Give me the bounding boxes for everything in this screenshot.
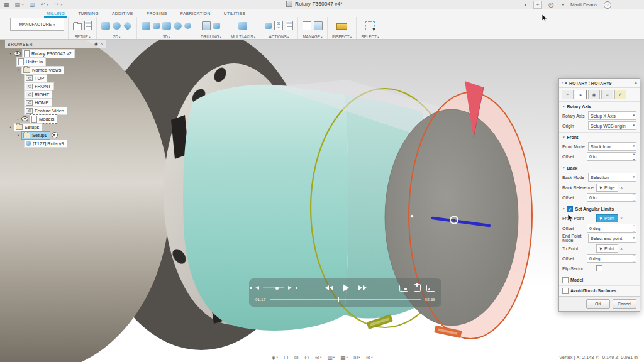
tab-tool-icon[interactable]: ⊦ bbox=[562, 90, 574, 99]
multiaxis-swarf-icon[interactable] bbox=[238, 22, 247, 30]
grid-settings-icon[interactable]: ▦▾ bbox=[340, 355, 348, 361]
navbar-options-icon[interactable]: ⊛▾ bbox=[366, 355, 373, 361]
play-button[interactable] bbox=[343, 284, 349, 292]
pan-icon[interactable]: ⊕ bbox=[294, 355, 299, 361]
to-point-selection-chip[interactable]: Point bbox=[596, 244, 618, 253]
group-label[interactable]: ACTIONS bbox=[269, 35, 289, 39]
playhead[interactable] bbox=[338, 297, 339, 302]
set-angular-limits-checkbox[interactable]: ✓ bbox=[567, 206, 573, 212]
group-label[interactable]: INSPECT bbox=[332, 35, 352, 39]
origin-select[interactable]: Setup WCS origin bbox=[588, 121, 636, 130]
rewind-button[interactable] bbox=[325, 285, 333, 290]
volume-icon[interactable] bbox=[255, 286, 259, 290]
new-setup-icon[interactable] bbox=[73, 23, 82, 30]
seek-bar[interactable] bbox=[270, 299, 420, 300]
group-label[interactable]: 3D bbox=[163, 35, 170, 39]
file-menu-icon[interactable]: ▤ bbox=[15, 1, 21, 9]
look-at-icon[interactable]: ⊡ bbox=[284, 355, 289, 361]
display-settings-icon[interactable]: ◉ bbox=[94, 41, 99, 47]
job-status-icon[interactable]: ◔ bbox=[560, 1, 564, 8]
group-label[interactable]: 2D bbox=[113, 35, 121, 39]
panel-chevron-icon[interactable]: › bbox=[101, 42, 103, 47]
fit-icon[interactable]: ⊚▾ bbox=[314, 355, 321, 361]
end-point-mode-select[interactable]: Select end point bbox=[588, 234, 636, 243]
tree-item-operation-rotary9[interactable]: [T127] Rotary9 bbox=[24, 140, 115, 147]
tab-heights-icon[interactable]: ≡ bbox=[601, 90, 613, 99]
tree-item-view-home[interactable]: HOME bbox=[24, 99, 115, 106]
edge-selection-chip[interactable]: Edge bbox=[596, 184, 618, 192]
caret-icon[interactable]: ▾ bbox=[16, 69, 20, 72]
viewports-icon[interactable]: ⊞▾ bbox=[353, 355, 360, 361]
2d-face-icon[interactable] bbox=[123, 21, 132, 30]
tool-library-icon[interactable] bbox=[303, 21, 311, 30]
post-process-icon[interactable] bbox=[265, 23, 272, 29]
from-point-selection-chip[interactable]: Point bbox=[596, 214, 618, 222]
caret-icon[interactable]: ▾ bbox=[9, 126, 13, 129]
browser-header[interactable]: BROWSER ◉ › bbox=[5, 40, 106, 48]
cancel-button[interactable]: Cancel bbox=[613, 299, 636, 309]
close-document-icon[interactable]: × bbox=[524, 2, 527, 8]
zoom-icon[interactable]: ⊙ bbox=[304, 355, 309, 361]
machine-library-icon[interactable] bbox=[314, 21, 323, 30]
new-tab-icon[interactable]: + bbox=[533, 1, 542, 9]
app-grid-icon[interactable]: ▦ bbox=[4, 1, 9, 9]
3d-spiral-icon[interactable] bbox=[184, 23, 191, 29]
clear-selection-icon[interactable]: × bbox=[620, 246, 623, 251]
undo-icon[interactable]: ↶ bbox=[40, 1, 45, 9]
tree-item-view-right[interactable]: RIGHT bbox=[24, 90, 115, 98]
from-offset-input[interactable]: 0 deg bbox=[587, 224, 636, 233]
tab-geometry-icon[interactable]: ▸ bbox=[575, 90, 587, 99]
visibility-eye-icon[interactable] bbox=[21, 116, 28, 121]
select-window-icon[interactable] bbox=[365, 21, 375, 30]
tree-item-named-views[interactable]: ▾ Named Views bbox=[16, 66, 115, 74]
front-offset-input[interactable]: 0 in bbox=[587, 152, 636, 161]
picture-in-picture-icon[interactable] bbox=[399, 285, 408, 292]
tree-item-view-top[interactable]: TOP bbox=[24, 74, 115, 82]
model-checkbox[interactable] bbox=[562, 277, 569, 283]
rotary-axis-select[interactable]: Setup X Axis bbox=[588, 111, 636, 120]
bore-icon[interactable] bbox=[213, 23, 220, 29]
setup-sheet-icon[interactable] bbox=[84, 21, 92, 30]
display-settings-icon[interactable]: ▥▾ bbox=[327, 355, 335, 361]
2d-pocket-icon[interactable] bbox=[113, 22, 121, 30]
clear-selection-icon[interactable]: × bbox=[620, 185, 623, 190]
front-mode-select[interactable]: Stock front bbox=[588, 142, 636, 151]
tree-item-setup1[interactable]: ▾ Setup1 bbox=[16, 131, 115, 139]
section-header[interactable]: ▼ Front bbox=[559, 133, 640, 141]
section-header[interactable]: Avoid/Touch Surfaces bbox=[559, 287, 640, 295]
pin-icon[interactable]: » bbox=[635, 81, 637, 85]
group-label[interactable]: SELECT bbox=[361, 35, 379, 39]
section-header[interactable]: ▼ Rotary Axis bbox=[559, 102, 640, 111]
drill-icon[interactable] bbox=[202, 21, 211, 30]
flip-sector-checkbox[interactable] bbox=[596, 265, 602, 272]
group-label[interactable]: SETUP bbox=[75, 35, 91, 39]
clear-selection-icon[interactable]: × bbox=[620, 216, 623, 221]
group-label[interactable]: MULTI-AXIS bbox=[231, 35, 255, 39]
measure-icon[interactable] bbox=[336, 23, 347, 30]
back-offset-input[interactable]: 0 in bbox=[587, 193, 636, 202]
speaker-icon[interactable] bbox=[288, 286, 292, 290]
airplay-icon[interactable] bbox=[426, 285, 435, 292]
tree-item-feature-video[interactable]: Feature Video bbox=[24, 107, 115, 114]
tree-item-root[interactable]: ▾ Rotary F360047 v2 bbox=[9, 50, 115, 57]
volume-slider[interactable] bbox=[263, 287, 284, 288]
setup-sheet-action-icon[interactable] bbox=[286, 21, 293, 30]
collapse-icon[interactable]: ‹ bbox=[562, 81, 563, 85]
user-name[interactable]: Marti Deans bbox=[570, 2, 597, 8]
extensions-icon[interactable]: ◎ bbox=[548, 1, 554, 8]
dialog-header[interactable]: ‹ ● ROTARY : ROTARY9 » bbox=[559, 79, 640, 88]
tree-item-models[interactable]: ▸ Models bbox=[16, 115, 115, 123]
tab-passes-icon[interactable]: ∠ bbox=[614, 90, 626, 99]
tree-item-units[interactable]: Units: in bbox=[16, 58, 115, 65]
ok-button[interactable]: OK bbox=[586, 299, 610, 309]
group-label[interactable]: MANAGE bbox=[303, 35, 322, 39]
2d-adaptive-icon[interactable] bbox=[101, 22, 110, 30]
3d-scallop-icon[interactable] bbox=[174, 22, 182, 30]
section-header[interactable]: ▼ Back bbox=[559, 164, 640, 172]
3d-contour-icon[interactable] bbox=[162, 22, 171, 30]
tree-item-view-front[interactable]: FRONT bbox=[24, 82, 115, 90]
help-icon[interactable]: ? bbox=[604, 1, 611, 9]
tab-milling[interactable]: MILLING bbox=[44, 9, 67, 18]
section-header[interactable]: ▼ ✓ Set Angular Limits bbox=[559, 205, 640, 213]
vertex-point[interactable] bbox=[411, 215, 414, 218]
